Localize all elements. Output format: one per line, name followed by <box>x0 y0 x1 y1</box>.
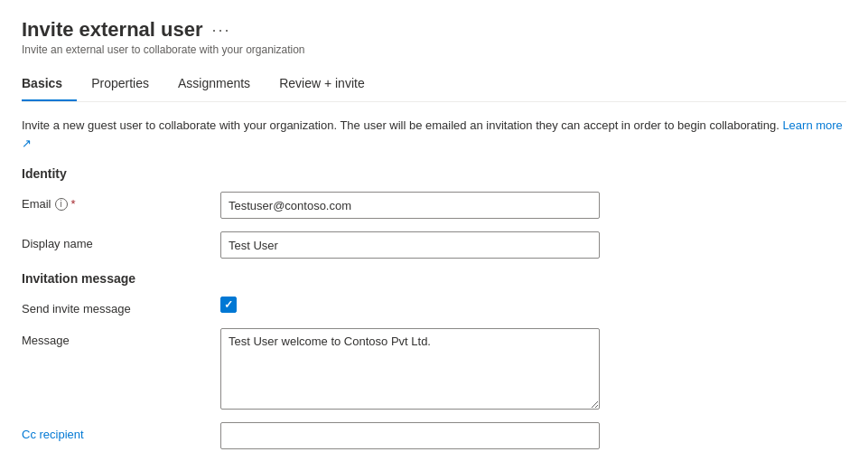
tab-review-invite[interactable]: Review + invite <box>279 69 379 101</box>
tab-properties[interactable]: Properties <box>91 69 163 101</box>
identity-section: Identity Email i* Display name <box>22 166 846 259</box>
message-textarea[interactable]: <span class="highlighted-text">Test User… <box>220 328 600 410</box>
page-title: Invite external user <box>22 18 203 42</box>
page-subtitle: Invite an external user to collaborate w… <box>22 43 846 56</box>
display-name-label: Display name <box>22 231 220 250</box>
description-text: Invite a new guest user to collaborate w… <box>22 117 846 152</box>
tab-navigation: Basics Properties Assignments Review + i… <box>22 69 846 102</box>
message-field-group: Message <span class="highlighted-text">T… <box>22 328 846 410</box>
display-name-input[interactable] <box>220 231 600 259</box>
tab-basics[interactable]: Basics <box>22 69 77 101</box>
cc-recipient-label: Cc recipient <box>22 422 220 441</box>
cc-recipient-input[interactable] <box>220 422 600 449</box>
identity-section-title: Identity <box>22 166 846 181</box>
tab-assignments[interactable]: Assignments <box>178 69 265 101</box>
invitation-message-section: Invitation message Send invite message ✓… <box>22 271 846 449</box>
send-invite-checkbox[interactable]: ✓ <box>220 297 237 313</box>
invitation-section-title: Invitation message <box>22 271 846 286</box>
email-field-group: Email i* <box>22 192 846 219</box>
message-label: Message <box>22 328 220 347</box>
display-name-field-group: Display name <box>22 231 846 259</box>
cc-recipient-link[interactable]: Cc recipient <box>22 428 84 441</box>
email-info-icon[interactable]: i <box>55 198 68 211</box>
send-invite-label: Send invite message <box>22 297 220 316</box>
external-link-icon: ↗ <box>22 137 32 150</box>
send-invite-checkbox-container: ✓ <box>220 297 237 313</box>
checkmark-icon: ✓ <box>224 299 233 310</box>
more-options-icon[interactable]: ··· <box>212 21 231 40</box>
cc-recipient-field-group: Cc recipient <box>22 422 846 449</box>
email-input[interactable] <box>220 192 600 219</box>
page-header: Invite external user ··· Invite an exter… <box>22 18 846 56</box>
send-invite-field-group: Send invite message ✓ <box>22 297 846 316</box>
email-label: Email i* <box>22 192 220 211</box>
